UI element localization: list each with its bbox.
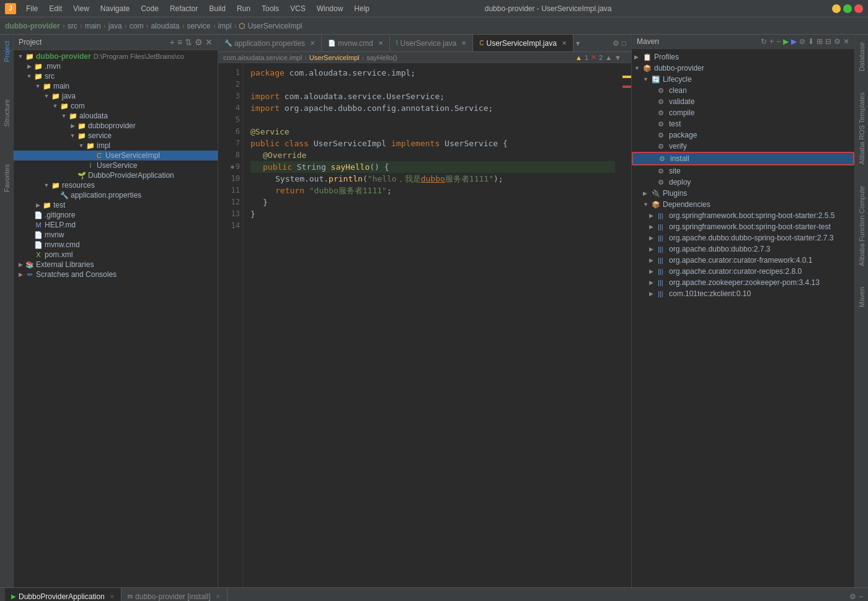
tree-item-dubboproviderapp[interactable]: 🌱 DubboProviderApplication <box>14 170 218 180</box>
maven-item-dep5[interactable]: ▶ ||| org.apache.curator:curator-framewo… <box>632 255 854 266</box>
maven-item-site[interactable]: ⚙ site <box>632 165 854 177</box>
tree-item-impl[interactable]: ▼ 📁 impl <box>14 141 218 151</box>
maven-close-btn[interactable]: ✕ <box>843 37 849 46</box>
maven-item-dep8[interactable]: ▶ ||| com.101tec:zkclient:0.10 <box>632 288 854 299</box>
menu-refactor[interactable]: Refactor <box>165 3 203 14</box>
menu-view[interactable]: View <box>68 3 94 14</box>
tree-item-pomxml[interactable]: X pom.xml <box>14 250 218 260</box>
nav-java[interactable]: java <box>108 22 122 30</box>
maven-item-verify[interactable]: ⚙ verify <box>632 141 854 152</box>
tree-item-aloudata[interactable]: ▼ 📁 aloudata <box>14 111 218 121</box>
code-content[interactable]: package com.aloudata.service.impl; impor… <box>243 63 622 587</box>
maven-item-lifecycle[interactable]: ▼ 🔄 Lifecycle <box>632 74 854 85</box>
sidebar-close-btn[interactable]: ✕ <box>205 37 213 47</box>
nav-impl[interactable]: impl <box>218 22 231 30</box>
tab-userservice[interactable]: I UserService.java ✕ <box>390 35 473 51</box>
maven-item-deploy[interactable]: ⚙ deploy <box>632 177 854 188</box>
vtab-alibaba-fc[interactable]: Alibaba Function Compute <box>856 178 868 274</box>
maven-item-package[interactable]: ⚙ package <box>632 129 854 141</box>
tab-approp[interactable]: 🔧 application.properties ✕ <box>218 35 322 51</box>
vtab-maven[interactable]: Maven <box>856 279 868 315</box>
menu-code[interactable]: Code <box>136 3 164 14</box>
menu-help[interactable]: Help <box>349 3 374 14</box>
maven-item-dep2[interactable]: ▶ ||| org.springframework.boot:spring-bo… <box>632 221 854 232</box>
maven-item-profiles[interactable]: ▶ 📋 Profiles <box>632 51 854 63</box>
tree-item-dubboprovider[interactable]: ▶ 📁 dubboprovider <box>14 121 218 131</box>
tab-userserviceimpl[interactable]: C UserServiceImpl.java ✕ <box>473 35 574 51</box>
sidebar-collapse-btn[interactable]: ≡ <box>177 37 182 47</box>
sidebar-settings-btn[interactable]: ⚙ <box>195 37 203 47</box>
bc-method[interactable]: sayHello() <box>366 54 397 61</box>
sidebar-add-btn[interactable]: + <box>170 37 175 47</box>
nav-class[interactable]: UserServiceImpl <box>247 22 302 30</box>
maven-item-plugins[interactable]: ▶ 🔌 Plugins <box>632 188 854 199</box>
maven-item-install[interactable]: ⚙ install <box>632 152 854 165</box>
maven-item-dep6[interactable]: ▶ ||| org.apache.curator:curator-recipes… <box>632 266 854 277</box>
menu-edit[interactable]: Edit <box>44 3 67 14</box>
maven-run-btn[interactable]: ▶ <box>783 37 789 46</box>
nav-file[interactable]: ⬡ <box>239 22 245 30</box>
vtab-alibaba-ros[interactable]: Alibaba ROS Templates <box>856 85 868 172</box>
bc-pkg[interactable]: com.aloudata.service.impl <box>223 54 302 61</box>
nav-up-btn[interactable]: ▲ <box>605 54 612 61</box>
maven-remove-btn[interactable]: − <box>776 37 781 46</box>
left-tab-structure[interactable]: Structure <box>1 93 13 133</box>
run-tab-install[interactable]: m dubbo-provider [install] ✕ <box>122 588 228 601</box>
tree-item-mvn[interactable]: ▶ 📁 .mvn <box>14 61 218 71</box>
menu-vcs[interactable]: VCS <box>285 3 311 14</box>
maven-item-test[interactable]: ⚙ test <box>632 118 854 129</box>
minimize-button[interactable] <box>832 4 841 13</box>
maven-collapse-btn[interactable]: ⊟ <box>825 37 831 46</box>
tree-item-mvnwcmd[interactable]: 📄 mvnw.cmd <box>14 240 218 250</box>
maven-item-dep3[interactable]: ▶ ||| org.apache.dubbo:dubbo-spring-boot… <box>632 232 854 243</box>
tree-item-userserviceimpl[interactable]: C UserServiceImpl <box>14 151 218 160</box>
maven-add-btn[interactable]: + <box>769 37 774 46</box>
tree-item-com[interactable]: ▼ 📁 com <box>14 101 218 111</box>
maven-download-btn[interactable]: ⬇ <box>808 37 814 46</box>
maven-item-validate[interactable]: ⚙ validate <box>632 96 854 107</box>
run-minimize-btn[interactable]: − <box>859 592 863 601</box>
tree-item-test[interactable]: ▶ 📁 test <box>14 200 218 210</box>
maven-expand-btn[interactable]: ⊞ <box>817 37 823 46</box>
run-settings-btn[interactable]: ⚙ <box>849 592 856 601</box>
menu-navigate[interactable]: Navigate <box>95 3 135 14</box>
menu-file[interactable]: File <box>21 3 43 14</box>
close-button[interactable] <box>854 4 863 13</box>
tree-item-java[interactable]: ▼ 📁 java <box>14 91 218 101</box>
left-tab-favorites[interactable]: Favorites <box>1 158 13 198</box>
tab-close-userservice[interactable]: ✕ <box>461 40 466 46</box>
nav-com[interactable]: com <box>130 22 144 30</box>
nav-main[interactable]: main <box>85 22 101 30</box>
maven-item-compile[interactable]: ⚙ compile <box>632 107 854 118</box>
tree-item-resources[interactable]: ▼ 📁 resources <box>14 180 218 190</box>
code-editor[interactable]: 1 2 3 4 5 6 7 8 ●9 10 11 12 13 14 packag… <box>218 63 631 587</box>
tree-item-root[interactable]: ▼ 📁 dubbo-provider D:\Program Files\JetB… <box>14 51 218 61</box>
tree-item-service[interactable]: ▼ 📁 service <box>14 131 218 141</box>
tab-close-approp[interactable]: ✕ <box>310 40 315 46</box>
bc-class[interactable]: UserServiceImpl <box>309 54 360 61</box>
maven-item-project[interactable]: ▼ 📦 dubbo-provider <box>632 63 854 74</box>
tab-close-mvnwcmd[interactable]: ✕ <box>378 40 383 46</box>
maven-item-dep1[interactable]: ▶ ||| org.springframework.boot:spring-bo… <box>632 210 854 221</box>
vtab-database[interactable]: Database <box>856 35 868 79</box>
nav-aloudata[interactable]: aloudata <box>151 22 179 30</box>
tree-item-extlibs[interactable]: ▶ 📚 External Libraries <box>14 260 218 270</box>
sidebar-sort-btn[interactable]: ⇅ <box>185 37 192 47</box>
editor-expand-btn[interactable]: □ <box>622 39 626 48</box>
tree-item-mvnw[interactable]: 📄 mvnw <box>14 230 218 240</box>
maven-item-dep7[interactable]: ▶ ||| org.apache.zookeeper:zookeeper-pom… <box>632 277 854 288</box>
left-tab-project[interactable]: Project <box>1 35 13 68</box>
tree-item-gitignore[interactable]: 📄 .gitignore <box>14 210 218 220</box>
nav-src[interactable]: src <box>68 22 78 30</box>
tab-close-userserviceimpl[interactable]: ✕ <box>562 40 567 46</box>
nav-down-btn[interactable]: ▼ <box>614 54 621 61</box>
nav-project[interactable]: dubbo-provider <box>5 22 60 30</box>
tab-mvnwcmd[interactable]: 📄 mvnw.cmd ✕ <box>322 35 390 51</box>
tree-item-help[interactable]: M HELP.md <box>14 220 218 230</box>
maven-item-clean[interactable]: ⚙ clean <box>632 85 854 96</box>
more-tabs-button[interactable]: ▾ <box>576 39 580 48</box>
maven-debug-btn[interactable]: ▶ <box>791 37 797 46</box>
menu-window[interactable]: Window <box>312 3 348 14</box>
maven-refresh-btn[interactable]: ↻ <box>761 37 767 46</box>
run-tab-app[interactable]: ▶ DubboProviderApplication ✕ <box>5 588 122 601</box>
